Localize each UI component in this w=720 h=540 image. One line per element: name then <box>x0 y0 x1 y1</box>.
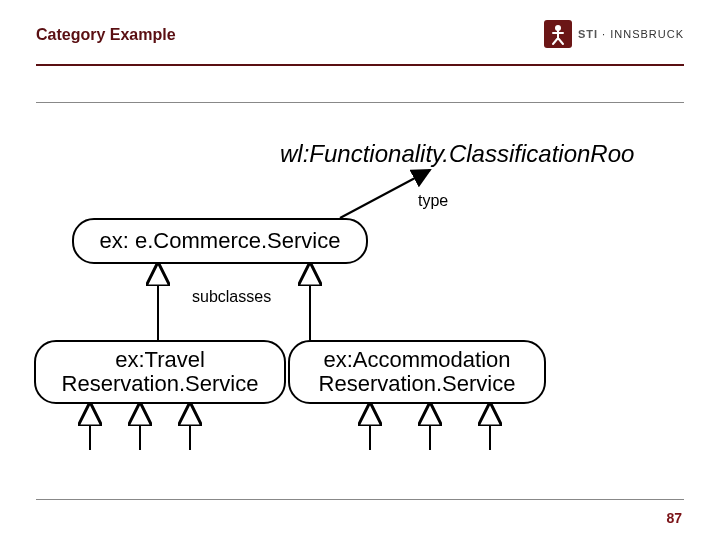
page-number: 87 <box>666 510 682 526</box>
node-ecommerce-service: ex: e.Commerce.Service <box>72 218 368 264</box>
logo-sep: · <box>598 28 610 40</box>
slide-header: Category Example STI · INNSBRUCK <box>36 26 684 76</box>
classification-root-text: wl:Functionality.ClassificationRoo <box>280 140 634 168</box>
svg-line-1 <box>340 170 430 218</box>
type-label: type <box>418 192 448 210</box>
node-travel-line2: Reservation.Service <box>62 372 259 396</box>
subclasses-label: subclasses <box>192 288 271 306</box>
header-subdivider <box>36 102 684 103</box>
logo-brand: STI <box>578 28 598 40</box>
footer-divider <box>36 499 684 500</box>
node-travel-line1: ex:Travel <box>115 348 205 372</box>
logo-badge-icon <box>544 20 572 48</box>
node-accom-line1: ex:Accommodation <box>323 348 510 372</box>
logo-text: STI · INNSBRUCK <box>578 28 684 40</box>
node-ecommerce-service-text: ex: e.Commerce.Service <box>100 229 341 253</box>
diagram-arrows <box>0 0 720 540</box>
header-divider <box>36 64 684 66</box>
node-accom-line2: Reservation.Service <box>319 372 516 396</box>
brand-logo: STI · INNSBRUCK <box>544 20 684 48</box>
node-accommodation-reservation: ex:Accommodation Reservation.Service <box>288 340 546 404</box>
node-travel-reservation: ex:Travel Reservation.Service <box>34 340 286 404</box>
logo-place: INNSBRUCK <box>610 28 684 40</box>
